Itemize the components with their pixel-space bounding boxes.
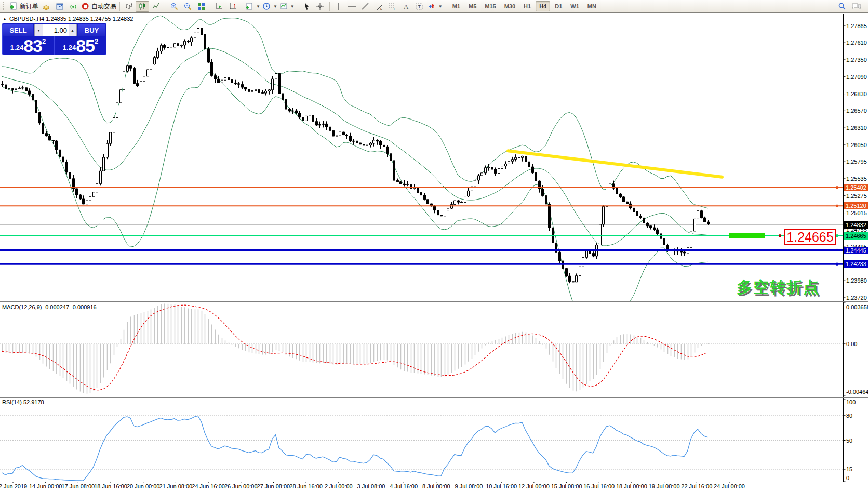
- zoom-in-button[interactable]: [167, 1, 181, 12]
- price-tick-label: 1.23980: [846, 277, 867, 284]
- zoom-out-button[interactable]: [181, 1, 194, 12]
- tile-windows-button[interactable]: [194, 1, 208, 12]
- vertical-line-tool[interactable]: [332, 1, 345, 12]
- time-axis-label: 24 Jul 00:00: [714, 483, 745, 489]
- fibonacci-tool[interactable]: F: [386, 1, 399, 12]
- new-order-label: 新订单: [20, 2, 38, 11]
- tile-windows-icon: [197, 2, 206, 11]
- timeframe-button-H4[interactable]: H4: [536, 1, 550, 11]
- new-chart-icon: [245, 2, 254, 11]
- text-label-icon: T: [415, 2, 424, 11]
- chart-title-row: ▲ GBPUSD-,H4 1.24835 1.24835 1.24755 1.2…: [3, 16, 133, 22]
- chevron-down-icon: ▼: [256, 4, 260, 9]
- bar-chart-mode-icon: [125, 2, 133, 11]
- toolbar-drag-handle[interactable]: [3, 2, 6, 10]
- time-axis-label: 9 Jul 08:00: [455, 483, 483, 489]
- profiles-button[interactable]: [39, 1, 53, 12]
- buy-price-big: 85: [76, 38, 95, 54]
- volume-increase-button[interactable]: ▲: [69, 24, 76, 36]
- time-axis-label: 17 Jun 08:00: [62, 483, 95, 489]
- price-tick-label: 1.27610: [846, 39, 867, 46]
- price-tick-label: 1.23720: [846, 295, 867, 301]
- volume-decrease-button[interactable]: ▼: [35, 24, 43, 36]
- svg-text:F: F: [394, 7, 396, 10]
- sell-price-prefix: 1.24: [10, 44, 23, 51]
- line-chart-mode-button[interactable]: [149, 1, 163, 12]
- buy-price-prefix: 1.24: [63, 44, 76, 51]
- time-axis-label: 10 Jul 16:00: [486, 483, 517, 489]
- price-tick-label: 1.27090: [846, 74, 867, 80]
- toolbar-separator: [119, 2, 120, 11]
- timeframe-bar: M1M5M15M30H1H4D1W1MN: [448, 1, 600, 11]
- buy-button[interactable]: BUY: [78, 24, 105, 36]
- rsi-tick-label: 0: [846, 475, 849, 481]
- signals-button[interactable]: [66, 1, 80, 12]
- price-tick-label: 1.25535: [846, 176, 867, 182]
- trendline-icon: [361, 2, 370, 11]
- price-tag: 1.24665: [844, 232, 868, 240]
- timeframe-button-M15[interactable]: M15: [481, 1, 499, 11]
- macd-indicator-label: MACD(12,26,9) -0.000247 -0.000916: [2, 304, 97, 310]
- chat-icon[interactable]: [851, 2, 862, 10]
- toolbar-separator: [210, 2, 210, 11]
- market-watch-button[interactable]: [53, 1, 66, 12]
- rsi-tick-label: 100: [846, 399, 856, 405]
- autotrading-button[interactable]: 自动交易: [80, 1, 117, 12]
- arrows-tool[interactable]: ▼: [426, 1, 444, 12]
- sell-button[interactable]: SELL: [3, 24, 33, 36]
- periods-clock-icon: [262, 2, 271, 11]
- price-tick-label: 1.26050: [846, 142, 867, 148]
- templates-icon: [279, 2, 288, 11]
- timeframe-button-H1[interactable]: H1: [520, 1, 535, 11]
- rsi-tick-label: 80: [846, 413, 852, 419]
- price-tick-label: 1.25015: [846, 210, 867, 216]
- time-axis-label: 24 Jun 16:00: [192, 483, 225, 489]
- new-order-button[interactable]: 新订单: [8, 1, 39, 12]
- timeframe-button-D1[interactable]: D1: [551, 1, 566, 11]
- timeframe-button-M1[interactable]: M1: [449, 1, 464, 11]
- toolbar-separator: [446, 2, 446, 11]
- cursor-tool-button[interactable]: [300, 1, 314, 12]
- search-icon[interactable]: [838, 2, 846, 10]
- new-order-icon: [9, 2, 18, 11]
- templates-button[interactable]: ▼: [278, 1, 296, 12]
- volume-box: ▼ 1.00 ▲: [34, 24, 77, 36]
- text-label-tool[interactable]: T: [413, 1, 426, 12]
- toolbar-separator: [298, 2, 298, 11]
- timeframe-button-M30[interactable]: M30: [501, 1, 519, 11]
- channel-tool[interactable]: E: [372, 1, 386, 12]
- periods-button[interactable]: ▼: [261, 1, 278, 12]
- crosshair-tool-button[interactable]: [314, 1, 327, 12]
- rsi-tick-label: 15: [846, 466, 852, 472]
- timeframe-button-M5[interactable]: M5: [465, 1, 480, 11]
- text-tool[interactable]: A: [399, 1, 413, 12]
- chart-canvas[interactable]: [0, 0, 868, 491]
- toolbar-separator: [329, 2, 330, 11]
- time-axis-label: 18 Jun 16:00: [94, 483, 127, 489]
- price-tick-label: 1.27350: [846, 57, 867, 63]
- time-axis-label: 19 Jul 08:00: [649, 483, 680, 489]
- crosshair-icon: [316, 2, 325, 11]
- time-axis-label: 18 Jul 00:00: [616, 483, 647, 489]
- profiles-icon: [42, 2, 51, 11]
- market-watch-icon: [56, 2, 64, 11]
- timeframe-button-MN[interactable]: MN: [584, 1, 600, 11]
- auto-scroll-button[interactable]: [212, 1, 226, 12]
- horizontal-line-tool[interactable]: [345, 1, 359, 12]
- time-axis-label: 16 Jul 16:00: [583, 483, 615, 489]
- rsi-indicator-label: RSI(14) 52.9178: [2, 399, 44, 405]
- volume-input[interactable]: 1.00: [43, 24, 69, 36]
- time-axis-label: 28 Jun 16:00: [289, 483, 323, 489]
- chart-shift-button[interactable]: [226, 1, 239, 12]
- buy-price[interactable]: 1.24852: [54, 36, 106, 55]
- time-axis-label: 3 Jul 08:00: [357, 483, 385, 489]
- candlestick-mode-button[interactable]: [136, 1, 149, 12]
- trendline-tool[interactable]: [359, 1, 372, 12]
- timeframe-button-W1[interactable]: W1: [567, 1, 583, 11]
- new-chart-button[interactable]: ▼: [244, 1, 261, 12]
- sell-price[interactable]: 1.24832: [2, 36, 54, 55]
- bar-chart-mode-button[interactable]: [122, 1, 136, 12]
- chart-shift-icon: [229, 2, 237, 11]
- panel-collapse-icon[interactable]: ▲: [3, 17, 7, 21]
- level-annotation-box: 1.24665: [784, 229, 836, 245]
